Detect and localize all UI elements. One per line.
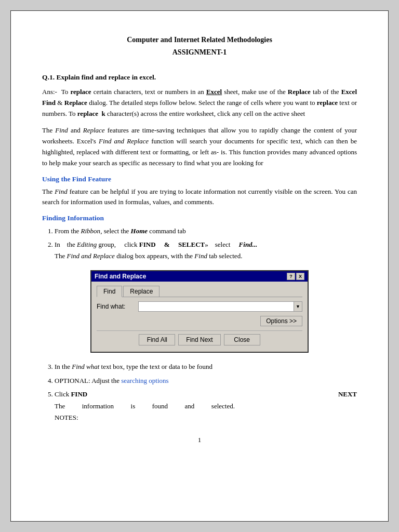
options-button[interactable]: Options >> (260, 316, 302, 326)
find-what-label: Find what: (97, 303, 138, 310)
assignment-title: ASSIGNMENT-1 (42, 48, 357, 57)
find-all-button[interactable]: Find All (139, 334, 175, 345)
dialog-button-row: Find All Find Next Close (97, 330, 302, 347)
list-item-2: In the Editing group, click FIND & SELEC… (55, 239, 357, 262)
find-what-dropdown-btn[interactable]: ▼ (294, 301, 302, 312)
list-item-1: From the Ribbon, select the Home command… (55, 225, 357, 237)
dialog-title: Find and Replace (95, 273, 146, 280)
step5-sub: The information is found and selected. (55, 401, 357, 412)
page-number: 1 (42, 436, 357, 444)
section-heading-2: Finding Information (42, 214, 357, 222)
document-page: Computer and Internet Related Methodolog… (10, 10, 389, 522)
find-what-row: Find what: ▼ (97, 301, 302, 312)
dialog-titlebar-buttons: ? X (287, 273, 304, 280)
paragraph-3: The Find feature can be helpful if you a… (42, 187, 357, 208)
list-item-4: OPTIONAL: Adjust the searching options (55, 375, 357, 387)
close-button[interactable]: Close (224, 334, 260, 345)
notes-label: NOTES: (55, 412, 357, 423)
tab-find[interactable]: Find (97, 286, 122, 297)
find-what-input[interactable] (138, 301, 294, 312)
tab-replace[interactable]: Replace (123, 286, 159, 297)
find-replace-dialog: Find and Replace ? X Find Replace Find w… (90, 270, 309, 353)
dialog-close-button[interactable]: X (296, 273, 304, 280)
list-item-3: In the Find what text box, type the text… (55, 361, 357, 373)
find-next-button[interactable]: Find Next (178, 334, 220, 345)
searching-options-link[interactable]: searching options (121, 377, 168, 384)
continued-list: In the Find what text box, type the text… (55, 361, 357, 423)
section-heading-1: Using the Find Feature (42, 175, 357, 183)
paragraph-2: The Find and Replace features are time-s… (42, 125, 357, 168)
page-title: Computer and Internet Related Methodolog… (42, 36, 357, 44)
find-what-input-wrapper: ▼ (138, 301, 302, 312)
list-item-5: Click FIND NEXT The information is found… (55, 389, 357, 423)
dialog-help-button[interactable]: ? (287, 273, 295, 280)
question-heading: Q.1. Explain find and replace in excel. (42, 73, 357, 82)
dialog-body: Find Replace Find what: ▼ Options >> Fin… (91, 282, 308, 352)
dialog-titlebar: Find and Replace ? X (91, 271, 308, 282)
options-row: Options >> (97, 316, 302, 326)
paragraph-1: Ans:- To replace certain characters, tex… (42, 87, 357, 119)
finding-info-list: From the Ribbon, select the Home command… (55, 225, 357, 262)
dialog-tabs: Find Replace (97, 286, 302, 297)
